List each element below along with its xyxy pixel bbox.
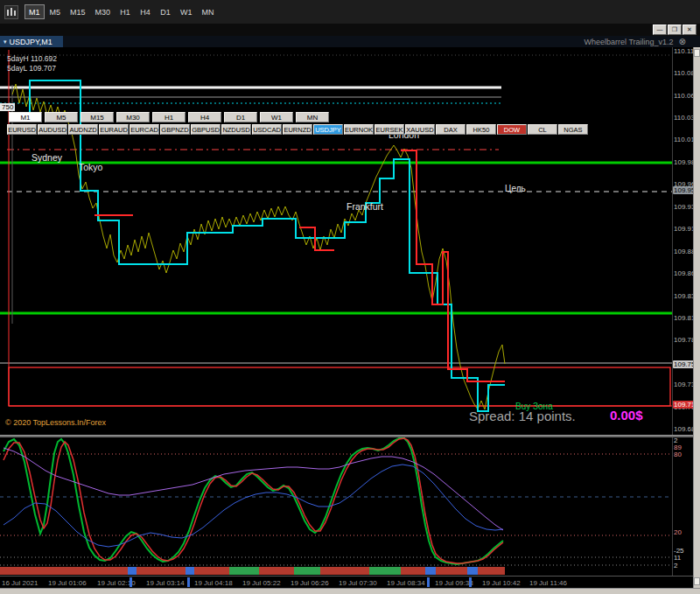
time-axis-label: 19 Jul 11:46 (529, 579, 567, 587)
indicator-axis-label: 11 (674, 554, 681, 562)
indicator-axis-label: 20 (674, 528, 682, 536)
signal-strip-segment (320, 567, 369, 575)
signal-strip-segment (186, 567, 194, 575)
signal-strip-segment (467, 567, 478, 575)
chart-titlebar: ▾ USDJPY,M1 Wheelbarrel Trailing_v1.2 ⊗ (0, 36, 700, 47)
toolbar-period-m30[interactable]: M30 (91, 4, 116, 19)
period-tab-mn[interactable]: MN (296, 112, 329, 122)
signal-strip-segment (194, 567, 229, 575)
time-axis-label: 19 Jul 01:06 (48, 579, 87, 587)
signal-strip-segment (369, 567, 401, 575)
symbol-tab-eurnzd[interactable]: EURNZD (283, 124, 312, 135)
time-axis-label: 19 Jul 06:26 (290, 579, 329, 587)
symbol-tab-eurcad[interactable]: EURCAD (130, 124, 159, 135)
period-tab-w1[interactable]: W1 (260, 112, 293, 122)
signal-strip-segment (259, 567, 294, 575)
chevron-down-icon: ▾ (4, 38, 7, 45)
symbol-tab-gbpusd[interactable]: GBPUSD (191, 124, 220, 135)
toolbar-period-h4[interactable]: H4 (136, 4, 155, 19)
symbol-tab-dow[interactable]: DOW (497, 124, 527, 135)
symbol-tab-row: EURUSDAUDUSDAUDNZDEURAUDEURCADGBPNZDGBPU… (7, 124, 588, 135)
period-tab-h1[interactable]: H1 (152, 112, 186, 122)
symbol-tab-eursek[interactable]: EURSEK (374, 124, 404, 135)
signal-strip-segment (0, 567, 128, 575)
time-axis-mark (469, 577, 472, 587)
symbol-tab-xauusd[interactable]: XAUUSD (405, 124, 435, 135)
close-button[interactable]: ✕ (682, 24, 696, 35)
time-axis[interactable]: 16 Jul 202119 Jul 01:0619 Jul 02:1019 Ju… (0, 576, 693, 588)
symbol-tab-gbpnzd[interactable]: GBPNZD (160, 124, 190, 135)
signal-strip-segment (128, 567, 136, 575)
time-axis-mark (427, 577, 430, 587)
time-axis-label: 19 Jul 05:22 (242, 579, 281, 587)
symbol-tab-usdcad[interactable]: USDCAD (252, 124, 282, 135)
price-axis[interactable]: 110.110110.085110.060110.035110.010109.9… (673, 47, 693, 588)
time-axis-mark (130, 577, 132, 587)
symbol-tab-hk50[interactable]: HK50 (466, 124, 496, 135)
timeframe-tab-row: M1M5M15M30H1H4D1W1MN (9, 112, 329, 122)
indicator-title: Wheelbarrel Trailing_v1.2 (584, 38, 674, 46)
symbol-tab-euraud[interactable]: EURAUD (99, 124, 129, 135)
toolbar-period-buttons: M1M5M15M30H1H4D1W1MN (24, 4, 219, 19)
period-tab-m5[interactable]: M5 (45, 112, 78, 122)
window-bottom-edge (0, 588, 700, 594)
symbol-tab-audusd[interactable]: AUDUSD (38, 124, 67, 135)
toolbar-period-d1[interactable]: D1 (156, 4, 175, 19)
time-axis-label: 19 Jul 03:14 (146, 579, 185, 587)
indicator-close-icon[interactable]: ⊗ (679, 36, 686, 47)
period-tab-d1[interactable]: D1 (224, 112, 257, 122)
restore-button[interactable]: ❐ (668, 24, 682, 35)
symbol-tab-nzdusd[interactable]: NZDUSD (221, 124, 251, 135)
timeframes-toolbar: M1M5M15M30H1H4D1W1MN (0, 0, 700, 24)
toolbar-period-mn[interactable]: MN (198, 4, 219, 19)
slow-line-purple (4, 448, 503, 530)
toolbar-period-w1[interactable]: W1 (176, 4, 197, 19)
symbol-tab-dax[interactable]: DAX (436, 124, 466, 135)
chart-type-icon[interactable] (4, 5, 18, 19)
signal-strip-segment (478, 567, 505, 575)
symbol-tab-ngas[interactable]: NGAS (558, 124, 588, 135)
signal-strip-segment (229, 567, 259, 575)
period-tab-m1[interactable]: M1 (9, 112, 42, 122)
window-strip: —❐✕ (0, 24, 700, 36)
signal-strip-segment (294, 567, 320, 575)
trail-stop-red (401, 150, 505, 381)
time-axis-label: 16 Jul 2021 (2, 579, 38, 587)
symbol-tab-eurusd[interactable]: EURUSD (7, 124, 37, 135)
scroll-bottom-box[interactable] (694, 577, 700, 585)
time-axis-label: 19 Jul 07:30 (339, 579, 377, 587)
symbol-tab-usdjpy[interactable]: USDJPY (313, 124, 343, 135)
symbol-tab-audnzd[interactable]: AUDNZD (68, 124, 98, 135)
toolbar-period-m1[interactable]: M1 (24, 4, 45, 19)
mt4-terminal: M1M5M15M30H1H4D1W1MN —❐✕ ▾ USDJPY,M1 Whe… (0, 0, 700, 594)
panel-divider[interactable] (0, 435, 693, 437)
signal-strip-segment (436, 567, 467, 575)
toolbar-period-m15[interactable]: M15 (66, 4, 90, 19)
signal-strip-segment (401, 567, 425, 575)
toolbar-period-h1[interactable]: H1 (116, 4, 135, 19)
chart-title: USDJPY,M1 (10, 38, 52, 46)
scroll-top-box[interactable] (694, 49, 700, 57)
period-tab-m15[interactable]: M15 (80, 112, 114, 122)
time-axis-label: 19 Jul 10:42 (482, 579, 521, 587)
buy-zone-box (9, 367, 670, 406)
indicator-axis-label: 2 (674, 562, 677, 570)
signal-strip-segment (425, 567, 436, 575)
indicator-panel-canvas (0, 437, 672, 576)
time-axis-label: 19 Jul 09:38 (435, 579, 473, 587)
minimize-button[interactable]: — (653, 24, 667, 35)
oscillator-main-green (4, 438, 503, 564)
period-tab-h4[interactable]: H4 (188, 112, 221, 122)
toolbar-period-m5[interactable]: M5 (46, 4, 66, 19)
symbol-tab-cl[interactable]: CL (528, 124, 557, 135)
signal-strip-segment (136, 567, 186, 575)
indicator-axis-label: 80 (674, 451, 682, 458)
period-tab-m30[interactable]: M30 (116, 112, 150, 122)
time-axis-label: 19 Jul 04:18 (194, 579, 233, 587)
time-axis-label: 19 Jul 08:34 (387, 579, 425, 587)
chart-title-tab[interactable]: ▾ USDJPY,M1 (0, 36, 63, 47)
time-axis-mark (187, 577, 190, 587)
main-chart-canvas (0, 47, 672, 435)
window-right-edge (693, 47, 700, 588)
symbol-tab-eurnok[interactable]: EURNOK (344, 124, 374, 135)
